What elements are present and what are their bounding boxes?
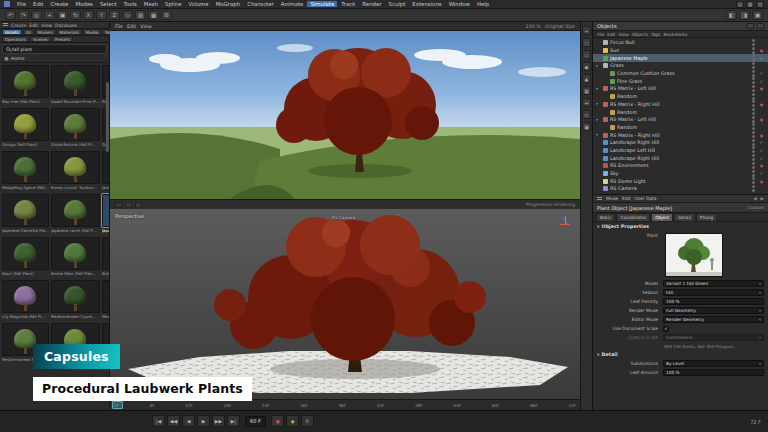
live-selection-icon[interactable]: ◎ — [31, 10, 42, 20]
section-detail[interactable]: Detail — [593, 350, 768, 359]
history-forward-icon[interactable]: ▶ — [761, 196, 764, 201]
search-input[interactable]: fall plant — [2, 44, 107, 54]
play-button[interactable]: ▶ — [197, 415, 210, 427]
hamburger-icon[interactable] — [597, 197, 602, 201]
objects-menu-item[interactable]: Objects — [632, 32, 648, 37]
object-tag-icon[interactable] — [758, 86, 765, 91]
prev-frame-button[interactable]: ◀ — [182, 415, 195, 427]
object-row[interactable]: RS Environment — [593, 162, 768, 170]
object-row[interactable]: RS Camera — [593, 185, 768, 193]
attributes-tab[interactable]: Basic — [596, 213, 615, 222]
side-tool-icon[interactable]: ▲ — [582, 74, 591, 83]
attributes-tab[interactable]: Detail — [674, 213, 695, 222]
scrollbar[interactable] — [106, 82, 109, 152]
menu-item[interactable]: Track — [338, 1, 358, 7]
menu-item[interactable]: Select — [97, 1, 120, 7]
asset-filter-tab[interactable]: Scenes — [30, 36, 51, 42]
leaf-amount-field[interactable]: 100 % — [663, 369, 764, 376]
asset-filter-tab[interactable]: Presets — [52, 36, 73, 42]
object-tag-icon[interactable] — [758, 171, 765, 176]
season-dropdown[interactable]: Fall — [663, 289, 764, 296]
objects-menu-item[interactable]: Tags — [651, 32, 661, 37]
use-document-scale-checkbox[interactable]: ✓ — [663, 326, 669, 332]
menu-item[interactable]: Modes — [72, 1, 96, 7]
panel-right-icon[interactable]: ◨ — [739, 10, 750, 20]
coordinate-system-icon[interactable]: ◇ — [122, 10, 133, 20]
asset-filter-tab[interactable]: Materials — [57, 29, 82, 35]
asset-thumbnail[interactable]: Lily Magnolia (Fall Pl… — [2, 280, 49, 321]
compare-icon[interactable] — [125, 202, 132, 208]
leaf-density-field[interactable]: 100 % — [663, 298, 764, 305]
asset-thumbnail[interactable]: Dwarf Mountain Pine (F… — [51, 65, 100, 106]
axis-y-lock-icon[interactable]: Y — [96, 10, 107, 20]
undo-icon[interactable]: ↶ — [5, 10, 16, 20]
side-tool-icon[interactable]: ↔ — [582, 98, 591, 107]
section-object-properties[interactable]: Object Properties — [593, 222, 768, 231]
asset-filter-tab[interactable]: All — [23, 29, 34, 35]
object-row[interactable]: RS Matrix - Left Hill — [593, 85, 768, 93]
asset-thumbnail[interactable]: Japanese Maple (Fall … — [102, 194, 109, 235]
objects-menu-item[interactable]: View — [619, 32, 629, 37]
object-tag-icon[interactable] — [758, 163, 765, 168]
layout-grid-icon[interactable]: ▦ — [746, 1, 754, 8]
menu-item[interactable]: Window — [446, 1, 473, 7]
object-tag-icon[interactable] — [758, 56, 765, 61]
prev-key-button[interactable]: ◀◀ — [167, 415, 180, 427]
asset-thumbnail[interactable]: Kauri (Fall Plant) — [2, 237, 49, 278]
object-tag-icon[interactable] — [758, 148, 765, 153]
asset-filter-tab[interactable]: Models — [35, 29, 56, 35]
object-row[interactable]: Sky — [593, 170, 768, 178]
plant-preview-image[interactable] — [665, 233, 723, 277]
layout-columns-icon[interactable]: ▥ — [756, 1, 764, 8]
viewport-label[interactable]: Perspective — [115, 213, 144, 219]
object-row[interactable]: Landscape Right Hill — [593, 139, 768, 147]
redo-icon[interactable]: ↷ — [18, 10, 29, 20]
object-row[interactable]: Grass — [593, 62, 768, 70]
zoom-level[interactable]: 100 % — [526, 24, 541, 29]
timeline-playhead[interactable] — [112, 401, 123, 409]
menu-item[interactable]: File — [14, 1, 29, 7]
app-icon[interactable] — [4, 1, 10, 7]
asset-filter-tab[interactable]: Media — [83, 29, 102, 35]
asset-thumbnail[interactable]: Mediterranean Cypre… — [51, 280, 100, 321]
expand-arrow-icon[interactable] — [596, 87, 601, 91]
menu-item[interactable]: MoGraph — [213, 1, 243, 7]
menu-item[interactable]: Spline — [162, 1, 185, 7]
asset-thumbnail[interactable]: Japanese Larch (Fall P… — [51, 194, 100, 235]
objects-menu-item[interactable]: Edit — [607, 32, 615, 37]
goto-end-button[interactable]: ▶| — [227, 415, 240, 427]
menu-item[interactable]: Sculpt — [386, 1, 409, 7]
current-frame-field[interactable]: 60 F — [245, 416, 266, 427]
asset-browser-menu-item[interactable]: Create — [11, 23, 26, 28]
objects-menu-item[interactable]: Bookmarks — [663, 32, 687, 37]
render-settings-icon[interactable]: ⚙ — [161, 10, 172, 20]
layout-panel-icon[interactable]: ▤ — [736, 1, 744, 8]
menu-item[interactable]: Create — [47, 1, 71, 7]
side-tool-icon[interactable]: ◇ — [582, 110, 591, 119]
objects-menu-icon[interactable] — [757, 23, 764, 29]
menu-item[interactable]: Help — [474, 1, 492, 7]
asset-thumbnail[interactable]: Globe Robinia (Fall Pl… — [51, 108, 100, 149]
asset-thumbnail[interactable]: Kentia Palm (Fall Plan… — [51, 237, 100, 278]
object-row[interactable]: Focus Null — [593, 39, 768, 47]
menu-item[interactable]: Extensions — [409, 1, 444, 7]
render-to-picture-viewer-icon[interactable]: ▦ — [148, 10, 159, 20]
object-row[interactable]: Landscape Right Hill — [593, 154, 768, 162]
axis-gizmo[interactable] — [558, 215, 572, 229]
attributes-tab[interactable]: Phong — [696, 213, 717, 222]
axis-z-lock-icon[interactable]: Z — [109, 10, 120, 20]
panel-left-icon[interactable]: ◧ — [726, 10, 737, 20]
expand-arrow-icon[interactable] — [596, 133, 601, 137]
menu-item[interactable]: Tools — [121, 1, 140, 7]
object-row[interactable]: Random — [593, 93, 768, 101]
object-row[interactable]: RS Dome Light — [593, 177, 768, 185]
rotate-tool-icon[interactable]: ↻ — [70, 10, 81, 20]
attributes-tab[interactable]: Coordinates — [616, 213, 650, 222]
record-keyframe-button[interactable]: ● — [271, 415, 284, 427]
object-row[interactable]: Japanese Maple — [593, 54, 768, 62]
side-tool-icon[interactable]: + — [582, 26, 591, 35]
attributes-tab[interactable]: Object — [651, 213, 673, 222]
scale-tool-icon[interactable]: ▣ — [57, 10, 68, 20]
object-tag-icon[interactable] — [758, 140, 765, 145]
asset-browser-menu-item[interactable]: View — [41, 23, 52, 28]
